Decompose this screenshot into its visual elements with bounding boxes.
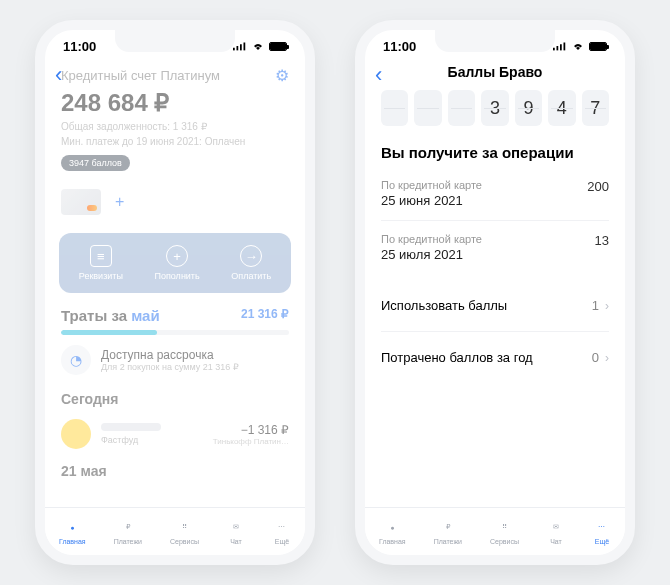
divider	[381, 220, 609, 221]
svg-rect-0	[233, 48, 235, 51]
payment-line: Мин. платеж до 19 июня 2021: Оплачен	[61, 136, 289, 147]
back-button[interactable]: ‹	[55, 62, 62, 88]
tab-more[interactable]: ⋯ Ещё	[593, 518, 611, 545]
add-card-button[interactable]: +	[115, 193, 124, 211]
date-header: 21 мая	[45, 457, 305, 483]
installment-row[interactable]: ◔ Доступна рассрочка Для 2 покупок на су…	[45, 335, 305, 385]
battery-icon	[589, 42, 607, 51]
plus-icon: +	[166, 245, 188, 267]
document-icon: ≡	[90, 245, 112, 267]
digit	[448, 90, 475, 126]
tab-payments[interactable]: ₽ Платежи	[114, 518, 142, 545]
action-details[interactable]: ≡ Реквизиты	[79, 245, 123, 281]
account-title: Кредитный счет Платинум	[61, 68, 220, 83]
home-icon: ●	[383, 518, 401, 536]
more-icon: ⋯	[273, 518, 291, 536]
more-icon: ⋯	[593, 518, 611, 536]
tab-home[interactable]: ● Главная	[59, 518, 86, 545]
payments-icon: ₽	[119, 518, 137, 536]
notch	[115, 30, 235, 52]
chevron-right-icon: ›	[605, 351, 609, 365]
tab-home[interactable]: ● Главная	[379, 518, 406, 545]
merchant-name-blurred	[101, 423, 161, 431]
svg-rect-2	[240, 44, 242, 50]
signal-icon	[233, 41, 247, 51]
chat-icon: ✉	[547, 518, 565, 536]
actions-bar: ≡ Реквизиты + Пополнить → Оплатить	[59, 233, 291, 293]
back-button[interactable]: ‹	[375, 62, 382, 88]
digit	[381, 90, 408, 126]
digit	[414, 90, 441, 126]
payments-icon: ₽	[439, 518, 457, 536]
use-points-row[interactable]: Использовать баллы 1 ›	[365, 284, 625, 327]
divider	[381, 331, 609, 332]
tab-bar: ● Главная ₽ Платежи ⠿ Сервисы ✉ Чат ⋯ Ещ…	[45, 507, 305, 555]
svg-rect-1	[237, 46, 239, 50]
clock-icon: ◔	[61, 345, 91, 375]
chevron-right-icon: ›	[605, 299, 609, 313]
merchant-icon	[61, 419, 91, 449]
tab-services[interactable]: ⠿ Сервисы	[490, 518, 519, 545]
digit: 3	[481, 90, 508, 126]
account-balance: 248 684 ₽	[61, 89, 289, 117]
points-counter: 3 9 4 7	[365, 90, 625, 140]
phone-left: 11:00 ‹ Кредитный счет Платинум ⚙ 248 68…	[35, 20, 315, 565]
operations-section-title: Вы получите за операции	[365, 140, 625, 171]
tab-bar: ● Главная ₽ Платежи ⠿ Сервисы ✉ Чат ⋯ Ещ…	[365, 507, 625, 555]
home-icon: ●	[63, 518, 81, 536]
spending-section[interactable]: Траты за май 21 316 ₽	[45, 297, 305, 330]
status-icons	[553, 41, 607, 51]
digit: 9	[515, 90, 542, 126]
svg-rect-6	[560, 44, 562, 50]
debt-line: Общая задолженность: 1 316 ₽	[61, 121, 289, 132]
tab-more[interactable]: ⋯ Ещё	[273, 518, 291, 545]
tab-payments[interactable]: ₽ Платежи	[434, 518, 462, 545]
transaction-row[interactable]: Фастфуд −1 316 ₽ Тинькофф Платин…	[45, 411, 305, 457]
svg-rect-5	[557, 46, 559, 50]
svg-rect-3	[244, 43, 246, 51]
status-time: 11:00	[383, 39, 416, 54]
arrow-icon: →	[240, 245, 262, 267]
services-icon: ⠿	[176, 518, 194, 536]
status-time: 11:00	[63, 39, 96, 54]
cards-row: +	[45, 175, 305, 229]
svg-rect-4	[553, 48, 555, 51]
action-pay[interactable]: → Оплатить	[231, 245, 271, 281]
tab-chat[interactable]: ✉ Чат	[227, 518, 245, 545]
operation-row[interactable]: По кредитной карте 25 июля 2021 13	[365, 225, 625, 270]
page-title: Баллы Браво	[365, 58, 625, 90]
points-pill[interactable]: 3947 баллов	[61, 155, 130, 171]
tab-services[interactable]: ⠿ Сервисы	[170, 518, 199, 545]
battery-icon	[269, 42, 287, 51]
action-topup[interactable]: + Пополнить	[154, 245, 199, 281]
status-icons	[233, 41, 287, 51]
digit: 4	[548, 90, 575, 126]
operation-row[interactable]: По кредитной карте 25 июня 2021 200	[365, 171, 625, 216]
chat-icon: ✉	[227, 518, 245, 536]
notch	[435, 30, 555, 52]
today-header: Сегодня	[45, 385, 305, 411]
gear-icon[interactable]: ⚙	[275, 66, 289, 85]
tab-chat[interactable]: ✉ Чат	[547, 518, 565, 545]
wifi-icon	[251, 41, 265, 51]
svg-rect-7	[564, 43, 566, 51]
signal-icon	[553, 41, 567, 51]
spent-year-row[interactable]: Потрачено баллов за год 0 ›	[365, 336, 625, 379]
phone-right: 11:00 ‹ Баллы Браво 3 9 4 7 Вы получите …	[355, 20, 635, 565]
card-thumbnail[interactable]	[61, 189, 101, 215]
digit: 7	[582, 90, 609, 126]
services-icon: ⠿	[496, 518, 514, 536]
wifi-icon	[571, 41, 585, 51]
